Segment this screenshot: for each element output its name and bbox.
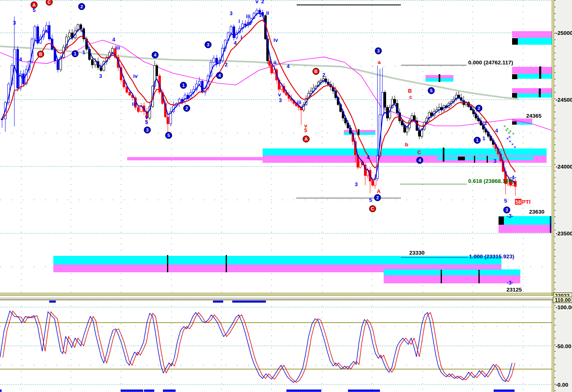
osc-axis-label: -0.00 <box>556 382 568 388</box>
wave-label-blue: i <box>240 34 242 40</box>
cyan-band <box>517 93 552 98</box>
candle-body <box>201 81 204 92</box>
candle-body <box>137 107 140 112</box>
panel-splitter[interactable] <box>0 296 572 300</box>
wave-label-blue: 3 <box>355 181 357 187</box>
band-mark <box>474 156 475 163</box>
wave-label-blue: 3 <box>229 10 232 16</box>
cyan-band <box>437 157 533 160</box>
band-mark <box>226 255 227 272</box>
cyan-band <box>518 38 552 45</box>
wave-label-blue: i <box>265 18 266 25</box>
wave-label-blue: v <box>278 91 281 98</box>
stochastic-gridlines <box>0 300 552 392</box>
wave-circle-blue-glyph: 3 <box>377 48 380 53</box>
band-mark <box>539 89 541 97</box>
wave-label-blue: -4- <box>510 174 516 180</box>
price-axis-label: -25000. <box>556 30 572 36</box>
candle-body <box>57 61 59 70</box>
candle-body <box>269 61 271 66</box>
xtender-green-mark: × <box>508 131 510 135</box>
price-axis-label: -23500. <box>556 230 572 237</box>
candle-body <box>323 79 325 80</box>
wave-label-blue: 4 <box>19 56 22 62</box>
pti-label: 58PTI <box>515 199 531 205</box>
magenta-band <box>384 275 520 283</box>
candle-body <box>80 25 82 29</box>
wave-label-blue: iv <box>274 37 279 43</box>
wave-circle-blue-glyph: 1 <box>74 51 76 56</box>
wave-label-blue: 4 <box>366 154 370 160</box>
band-mark <box>512 121 517 125</box>
axis-gutter-background <box>554 0 572 392</box>
wave-label-blue: i <box>238 18 240 24</box>
wave-circle-blue-glyph: 2 <box>376 195 379 200</box>
candle-body <box>382 92 384 115</box>
candle-body <box>273 70 275 73</box>
wave-label-red: B <box>408 88 412 94</box>
wave-label-blue: 5 <box>504 198 507 204</box>
candle-body <box>394 99 396 103</box>
candle-body <box>281 86 283 89</box>
wave-label-red: 5 <box>304 127 307 133</box>
candle-body <box>230 27 232 33</box>
candle-body <box>14 49 16 66</box>
top-false-bar <box>49 301 56 303</box>
wave-circle-blue-glyph: 5 <box>430 88 432 93</box>
wave-label-red: c <box>409 94 412 100</box>
bottom-false-bar <box>286 390 321 392</box>
wave-label-blue: -3- <box>507 213 513 219</box>
candle-body <box>17 49 19 88</box>
xtender-green-mark: × <box>505 128 507 132</box>
wave-label-blue: 3 <box>279 97 281 103</box>
candle-body <box>92 59 94 65</box>
cyan-band <box>518 74 552 79</box>
xtender-blue-mark: × <box>511 142 513 146</box>
candle-body <box>216 58 218 64</box>
panel-borders <box>0 0 572 392</box>
support-resistance-bands <box>53 31 552 283</box>
bottom-false-bar <box>144 390 154 392</box>
wave-label-blue: 4 <box>286 63 290 69</box>
candle-body <box>100 68 102 71</box>
band-mark <box>487 156 488 163</box>
pti-value: 58 <box>515 199 521 205</box>
magenta-band <box>512 88 552 94</box>
wave-label-blue: 3 <box>99 73 102 79</box>
cyan-band <box>53 256 501 264</box>
price-axis-label: -24500. <box>556 97 572 103</box>
main-price-panel: 0.000 (24762.117)0.618 (23868.169)1.000 … <box>0 0 552 294</box>
xtender-green-mark: × <box>512 132 514 136</box>
wave-circle-blue-glyph: 5 <box>167 133 170 138</box>
wave-circle-red-glyph: A <box>32 2 36 7</box>
wave-label-blue: 5 <box>369 197 372 203</box>
osc-axis-label: -50.00 <box>556 343 571 349</box>
price-note: 24365 <box>526 113 542 119</box>
price-axis-label: -24000. <box>556 164 572 170</box>
magenta-band <box>512 31 552 38</box>
chart-canvas: 0.000 (24762.117)0.618 (23868.169)1.000 … <box>0 0 572 392</box>
candle-body <box>406 128 408 132</box>
fib-label: 0.000 (24762.117) <box>468 59 513 66</box>
wave-label-blue: iv <box>247 20 252 26</box>
bottom-false-bar <box>0 390 2 392</box>
band-mark <box>439 74 440 82</box>
candle-body <box>384 92 386 107</box>
wave-label-blue: iii <box>132 101 137 107</box>
wave-label-blue: iii <box>297 99 302 105</box>
stochastic-blue-line <box>0 311 512 382</box>
candle-body <box>112 48 114 52</box>
wave-label-blue: 3 <box>493 158 496 164</box>
wave-label-blue: 2 <box>484 120 487 126</box>
xtender-blue-mark: × <box>514 145 516 149</box>
candle-body <box>271 66 273 73</box>
band-mark <box>458 157 465 160</box>
cyan-band <box>344 132 375 135</box>
band-mark <box>499 217 504 225</box>
stochastic-red-line <box>3 311 515 382</box>
price-note: 23125 <box>506 287 522 293</box>
wave-label-blue: 4 <box>495 128 498 134</box>
wave-label-blue: 1 <box>259 12 261 18</box>
magenta-band <box>127 157 263 160</box>
fib-label: 1.000 (23315.923) <box>469 253 514 260</box>
